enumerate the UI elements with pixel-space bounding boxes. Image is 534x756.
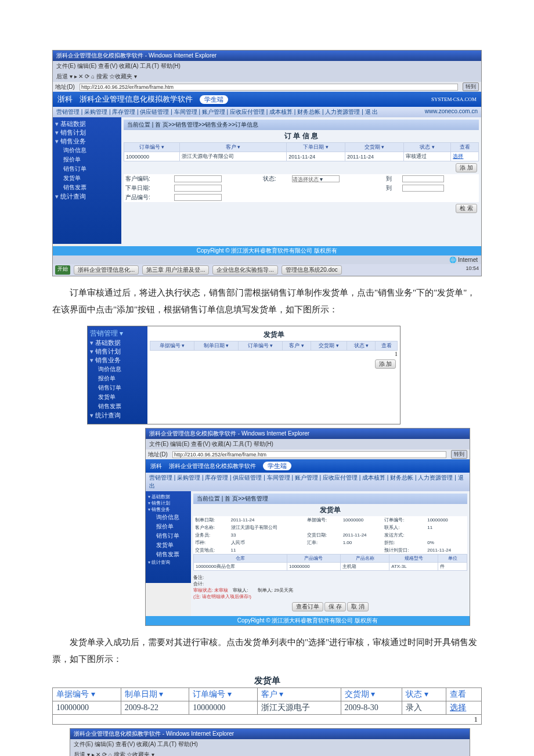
customer-code-input[interactable] [174,175,222,182]
sidebar-item-salesplan[interactable]: 销售计划 [55,128,119,137]
content-pane: 当前位置 | 首 页>>销售管理 发货单 制单日期:2011-11-24单据编号… [191,491,470,616]
taskbar: 开始 浙科企业管理信息化... 第三章 用户注册及登... 企业信息化实验指导.… [53,264,481,276]
screenshot-2: 营销管理 ▾ 基础数据 销售计划 销售业务 询价信息 报价单 销售订单 发货单 … [87,326,400,424]
select-link[interactable]: 选择 [450,703,466,712]
go-button[interactable]: 转到 [463,82,479,91]
screenshot-1: 浙科企业管理信息化模拟教学软件 - Windows Internet Explo… [52,50,482,276]
url-input[interactable]: http://210.40.96.252/er/frame/frame.htm [80,84,458,91]
item-grid: 仓库产品编号产品名称规格型号单位 10000000商品仓库10000000主机箱… [193,554,467,571]
screenshot-3: 浙科企业管理信息化模拟教学软件 - Windows Internet Explo… [145,428,470,626]
delivery-table: 单据编号 ▾制单日期 ▾订单编号 ▾客户 ▾交货期 ▾状态 ▾查看 [150,341,398,351]
breadcrumb: 当前位置 | 首 页>>销售管理>>销售业务>>订单信息 [124,120,479,130]
order-table: 订单编号 ▾客户 ▾下单日期 ▾交货期 ▾状态 ▾查看 10000000浙江天源… [124,142,479,161]
sidebar-item-basedata[interactable]: 基础数据 [55,120,119,128]
sidebar-item-salesbiz[interactable]: 销售业务 [55,137,119,146]
delivery-form: 制单日期:2011-11-24单据编号:10000000订单编号:1000000… [193,516,467,554]
page-title: 订 单 信 息 [125,131,478,141]
content-pane: 当前位置 | 首 页>>销售管理>>销售业务>>订单信息 订 单 信 息 订单编… [121,117,481,246]
status-select[interactable]: 请选择状态 ▾ [292,175,340,182]
view-order-button[interactable]: 查看订单 [292,602,323,611]
paragraph-2: 发货单录入成功后，需要对其进行审核。点击发货单列表中的"选择"进行审核，审核通过… [52,634,482,667]
sidebar-item-quote[interactable]: 报价单 [55,155,119,164]
clock: 10:54 [466,265,479,275]
banner-title: 浙科企业管理信息化模拟教学软件 [80,94,193,105]
status-bar: CopyRight © 浙江浙大科睿教育软件有限公司 版权所有 [53,246,481,255]
page-title: 发货单 [151,330,396,340]
logo: 浙科 [57,94,73,105]
ie-toolbar: 后退 ▾ ▸ ✕ ⟳ ⌂ 搜索 ☆收藏夹 ▾ [53,71,481,82]
window-title: 浙科企业管理信息化模拟教学软件 - Windows Internet Explo… [53,51,481,61]
sidebar-item-salesorder[interactable]: 销售订单 [55,164,119,174]
delivery-list-table: 单据编号 ▾制单日期 ▾订单编号 ▾客户 ▾交货期 ▾状态 ▾查看 100000… [52,687,482,715]
save-button[interactable]: 保 存 [324,602,346,611]
sidebar: 基础数据 销售计划 销售业务 询价信息 报价单 销售订单 发货单 销售发票 统计… [53,117,121,244]
sidebar-item-delivery[interactable]: 发货单 [55,174,119,183]
add-button[interactable]: 添 加 [375,359,396,369]
content-pane: 发货单 单据编号 ▾制单日期 ▾订单编号 ▾客户 ▾交货期 ▾状态 ▾查看 1 … [147,326,400,424]
screenshot-4: 浙科企业管理信息化模拟教学软件 - Windows Internet Explo… [70,728,470,756]
table-row: 10000000浙江天源电子有限公司2011-11-242011-11-24审核… [124,152,479,161]
filter-form: 客户编码: 状态:请选择状态 ▾ 到 下单日期: 到 产品编号: [124,174,479,202]
table-title: 发货单 [53,675,481,686]
select-link[interactable]: 选择 [453,153,463,159]
top-nav[interactable]: 营销管理 | 采购管理 | 库存管理 | 供应链管理 | 车间管理 | 账户管理… [53,107,481,117]
addr-label: 地址(D) [55,83,75,91]
sidebar: 营销管理 ▾ 基础数据 销售计划 销售业务 询价信息 报价单 销售订单 发货单 … [88,326,147,424]
address-bar: 地址(D) http://210.40.96.252/er/frame/fram… [53,82,481,92]
paragraph-1: 订单审核通过后，将进入执行状态，销售部门需根据销售订单制作发货单，点击"销售业务… [52,285,482,318]
table-row: 10000000商品仓库10000000主机箱ATX-3L件 [194,563,467,571]
add-button[interactable]: 添 加 [456,163,477,172]
sidebar-item-invoice[interactable]: 销售发票 [55,183,119,192]
ie-menubar: 文件(E) 编辑(E) 查看(V) 收藏(A) 工具(T) 帮助(H) [53,61,481,71]
role-badge: 学生端 [200,95,228,104]
site-url: www.zoneco.com.cn [425,108,478,114]
date-from-input[interactable] [174,185,222,192]
sidebar-item-stats[interactable]: 统计查询 [55,192,119,201]
app-banner: 浙科 浙科企业管理信息化模拟教学软件 学生端 SYSTEM·CSA.COM [53,92,481,107]
banner-right: SYSTEM·CSA.COM [431,96,477,102]
ie-status: 🌐 Internet [53,255,481,264]
product-code-input[interactable] [174,194,222,201]
sidebar-item-inquiry[interactable]: 询价信息 [55,146,119,155]
table-row: 100000002009-8-2210000000浙江天源电子2009-8-30… [53,701,482,715]
cancel-button[interactable]: 取 消 [347,602,369,611]
search-button[interactable]: 检 索 [456,204,477,213]
